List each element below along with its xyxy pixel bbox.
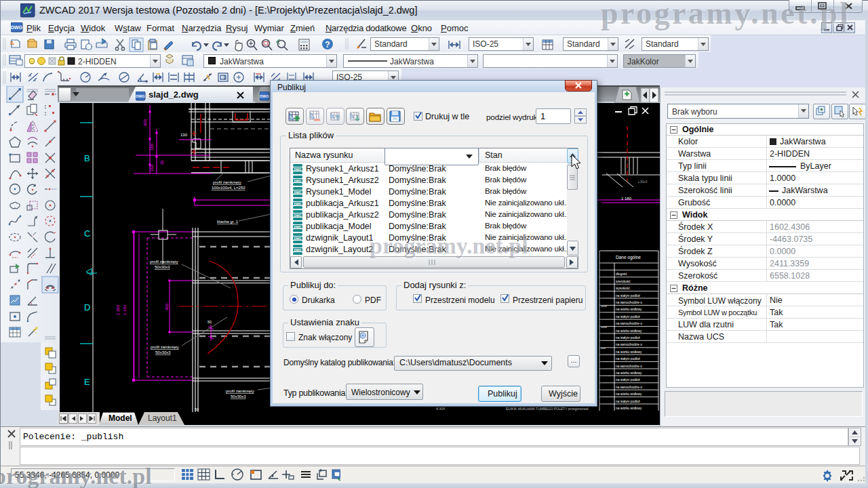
svg-text:Dane ogólne: Dane ogólne: [616, 255, 641, 260]
svg-text:na wózku widłowy: na wózku widłowy: [616, 308, 642, 311]
svg-text:50x30x3: 50x30x3: [231, 394, 246, 399]
svg-text:?: ?: [325, 40, 330, 49]
svg-text:na samochodzie o: na samochodzie o: [616, 343, 642, 346]
svg-text:DWG: DWG: [136, 94, 144, 98]
svg-text:profil zamknięty: profil zamknięty: [151, 345, 179, 349]
svg-text:150: 150: [150, 164, 154, 171]
svg-text:zone: zone: [601, 325, 608, 329]
svg-text:DWG: DWG: [11, 25, 23, 30]
svg-text:wysokość: wysokość: [616, 287, 630, 290]
svg-text:profil zamknięty: profil zamknięty: [226, 389, 254, 393]
svg-text:E: E: [84, 377, 90, 387]
svg-text:na samochodzie o: na samochodzie o: [616, 386, 642, 389]
svg-text:1 250: 1 250: [116, 304, 120, 315]
svg-text:DWG: DWG: [294, 214, 302, 218]
svg-text:długość: długość: [616, 272, 627, 276]
svg-text:na stałym podłoż: na stałym podłoż: [616, 336, 641, 340]
svg-text:50x30x3: 50x30x3: [155, 265, 170, 269]
svg-text:20: 20: [160, 160, 164, 165]
svg-text:4 XIX: 4 XIX: [436, 407, 446, 411]
svg-text:na stałym podłoż: na stałym podłoż: [616, 378, 641, 382]
svg-text:DWG: DWG: [294, 168, 302, 171]
svg-text:B: B: [84, 153, 90, 163]
svg-text:D: D: [84, 302, 90, 312]
svg-text:na stałym podłoż: na stałym podłoż: [616, 400, 641, 403]
svg-text:1: 1: [223, 75, 226, 80]
svg-text:profil zamknięty: profil zamknięty: [213, 180, 241, 184]
svg-text:na wózku widłowy: na wózku widłowy: [616, 407, 642, 410]
svg-text:zone: zone: [601, 304, 608, 308]
svg-text:C: C: [84, 228, 90, 239]
svg-text:EUIKIK MUKUtAMI TUMBEGO POLETY: EUIKIK MUKUtAMI TUMBEGO POLETY przegtzsz…: [506, 407, 589, 411]
svg-text:50: 50: [195, 407, 199, 411]
svg-text:DWG: DWG: [294, 180, 302, 183]
svg-text:blacha gr. 1: blacha gr. 1: [217, 220, 239, 224]
svg-text:na wózku widłowy: na wózku widłowy: [616, 350, 642, 354]
svg-text:DWG: DWG: [294, 237, 302, 241]
svg-text:szerokość: szerokość: [616, 280, 631, 283]
svg-text:DWG: DWG: [294, 226, 302, 229]
svg-text:na wózku widłowy: na wózku widłowy: [616, 371, 642, 375]
svg-text:profil zamknięty: profil zamknięty: [150, 260, 178, 264]
svg-text:na wózku widłowy: na wózku widłowy: [616, 329, 642, 333]
svg-text:na wózku widłowy: na wózku widłowy: [616, 392, 642, 396]
svg-text:na samochodzie o: na samochodzie o: [616, 301, 642, 304]
svg-text:1 194: 1 194: [123, 304, 127, 315]
svg-text:50x30x3: 50x30x3: [155, 350, 171, 354]
svg-text:na stałym podłoż: na stałym podłoż: [616, 357, 641, 361]
svg-text:50: 50: [208, 320, 212, 324]
svg-text:180: 180: [150, 143, 154, 150]
svg-text:na stałym podłoż: na stałym podłoż: [616, 294, 641, 298]
svg-text:na samochodzie o: na samochodzie o: [616, 365, 642, 368]
svg-text:na stałym podłoż: na stałym podłoż: [616, 315, 641, 319]
svg-text:DWG: DWG: [294, 203, 302, 206]
svg-text:DWG: DWG: [294, 249, 302, 252]
svg-text:DWG: DWG: [260, 94, 269, 98]
svg-text:100x100x4, L=250: 100x100x4, L=250: [212, 186, 245, 190]
svg-text:one: one: [601, 346, 606, 350]
svg-text:1 180: 1 180: [621, 197, 632, 201]
svg-text:600: 600: [143, 119, 147, 126]
svg-text:na samochodzie o: na samochodzie o: [616, 322, 642, 325]
svg-text:DWG: DWG: [294, 191, 302, 195]
svg-text:130: 130: [180, 133, 188, 137]
svg-text:400: 400: [165, 303, 169, 310]
svg-text:L30x3: L30x3: [638, 180, 648, 184]
